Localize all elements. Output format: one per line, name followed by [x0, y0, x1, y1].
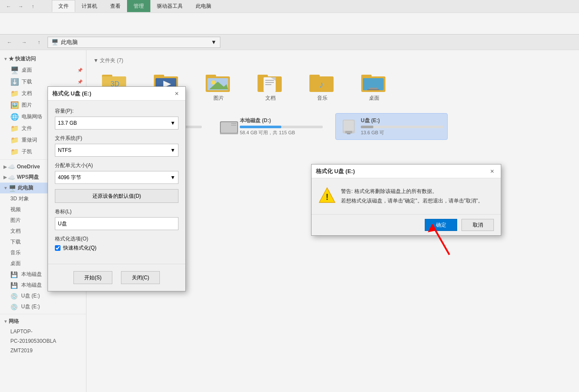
restore-defaults-btn[interactable]: 还原设备的默认值(D) [55, 189, 178, 203]
format-dialog-footer: 开始(S) 关闭(C) [48, 264, 185, 291]
alloc-label: 分配单元大小(A) [55, 162, 178, 169]
alloc-group: 分配单元大小(A) 4096 字节 ▼ [55, 162, 178, 184]
capacity-group: 容量(P): 13.7 GB ▼ [55, 107, 178, 130]
volume-input[interactable] [55, 217, 178, 230]
capacity-select[interactable]: 13.7 GB ▼ [55, 117, 178, 130]
filesystem-group: 文件系统(F) NTFS ▼ [55, 135, 178, 157]
format-dialog: 格式化 U盘 (E:) ✕ 容量(P): 13.7 GB ▼ 文件系统(F) N… [48, 86, 186, 291]
close-btn[interactable]: 关闭(C) [121, 271, 160, 284]
format-dialog-close-btn[interactable]: ✕ [172, 89, 181, 98]
select-chevron-3: ▼ [170, 174, 175, 180]
filesystem-label: 文件系统(F) [55, 135, 178, 142]
confirm-dialog-title-bar: 格式化 U盘 (E:) ✕ [312, 164, 501, 178]
format-dialog-body: 容量(P): 13.7 GB ▼ 文件系统(F) NTFS ▼ 分配单元大小(A… [48, 101, 185, 264]
format-options-group: 格式化选项(O) 快速格式化(Q) [55, 235, 178, 252]
confirm-cancel-btn[interactable]: 取消 [461, 219, 494, 231]
capacity-label: 容量(P): [55, 107, 178, 115]
format-dialog-title-bar: 格式化 U盘 (E:) ✕ [48, 87, 185, 101]
warning-icon: ! [318, 187, 336, 204]
select-chevron: ▼ [170, 120, 175, 126]
quick-format-checkbox-label[interactable]: 快速格式化(Q) [55, 244, 178, 252]
confirm-dialog-close-btn[interactable]: ✕ [488, 167, 496, 176]
confirm-dialog: 格式化 U盘 (E:) ✕ ! 警告: 格式化将删除该磁盘上的所有数据。 若想格… [311, 164, 501, 236]
confirm-dialog-body: ! 警告: 格式化将删除该磁盘上的所有数据。 若想格式化该磁盘，请单击"确定"。… [312, 178, 501, 214]
filesystem-select[interactable]: NTFS ▼ [55, 144, 178, 157]
confirm-dialog-footer: 确定 取消 [312, 214, 501, 235]
select-chevron-2: ▼ [170, 147, 175, 153]
format-dialog-title: 格式化 U盘 (E:) [52, 90, 91, 98]
volume-group: 卷标(L) [55, 208, 178, 230]
restore-group: 还原设备的默认值(D) [55, 189, 178, 203]
volume-label: 卷标(L) [55, 208, 178, 215]
confirm-ok-btn[interactable]: 确定 [425, 219, 457, 231]
quick-format-checkbox[interactable] [55, 245, 60, 251]
svg-text:!: ! [326, 192, 329, 202]
alloc-select[interactable]: 4096 字节 ▼ [55, 171, 178, 184]
confirm-text: 警告: 格式化将删除该磁盘上的所有数据。 若想格式化该磁盘，请单击"确定"。若想… [341, 187, 483, 205]
format-options-label: 格式化选项(O) [55, 235, 178, 243]
start-btn[interactable]: 开始(S) [73, 271, 112, 284]
confirm-dialog-title: 格式化 U盘 (E:) [316, 168, 355, 175]
